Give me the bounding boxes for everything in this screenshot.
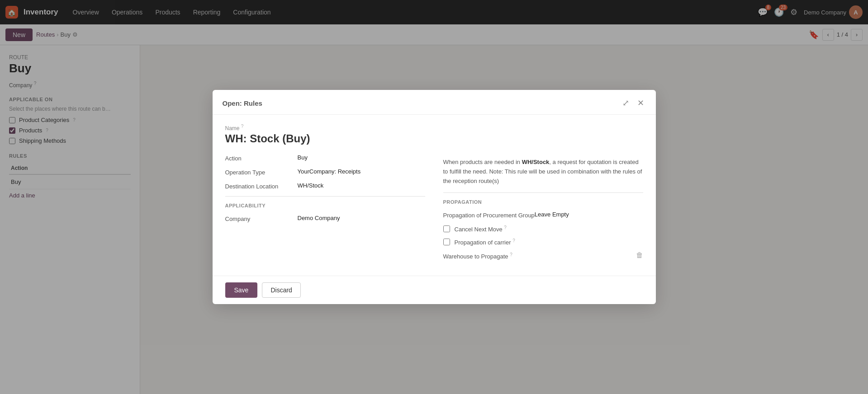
close-button[interactable]: ✕ bbox=[636, 97, 646, 109]
discard-button[interactable]: Discard bbox=[262, 282, 300, 298]
propagation-label: PROPAGATION bbox=[443, 199, 643, 205]
modal-left-col: Action Buy Operation Type YourCompany: R… bbox=[225, 154, 425, 266]
propagation-procurement-group-field: Propagation of Procurement Group Leave E… bbox=[443, 211, 643, 219]
modal-header: Open: Rules ⤢ ✕ bbox=[213, 90, 656, 115]
company-field: Company Demo Company bbox=[225, 215, 425, 222]
destination-location-field: Destination Location WH/Stock bbox=[225, 182, 425, 190]
modal-title: Open: Rules bbox=[223, 99, 262, 107]
propagation-procurement-group-value: Leave Empty bbox=[535, 211, 569, 218]
save-button[interactable]: Save bbox=[225, 282, 258, 298]
operation-type-value: YourCompany: Receipts bbox=[298, 168, 361, 175]
propagation-carrier-checkbox[interactable] bbox=[443, 239, 450, 245]
info-box: When products are needed in WH/Stock, a … bbox=[443, 158, 643, 186]
delete-icon[interactable]: 🗑 bbox=[636, 251, 643, 259]
cancel-next-move-label: Cancel Next Move ? bbox=[455, 225, 507, 233]
company-label: Company bbox=[225, 215, 298, 222]
applicability-label: APPLICABILITY bbox=[225, 203, 425, 208]
propagation-procurement-group-label: Propagation of Procurement Group bbox=[443, 211, 535, 219]
operation-type-field: Operation Type YourCompany: Receipts bbox=[225, 168, 425, 176]
info-text-bold: WH/Stock bbox=[522, 159, 550, 165]
section-divider-1 bbox=[225, 196, 425, 197]
modal-header-buttons: ⤢ ✕ bbox=[621, 97, 646, 109]
info-text-1: When products are needed in bbox=[443, 159, 522, 165]
modal-body: Name ? WH: Stock (Buy) Action Buy Operat… bbox=[213, 115, 656, 275]
modal-right-col: When products are needed in WH/Stock, a … bbox=[443, 154, 643, 266]
name-label: Name ? bbox=[225, 124, 643, 131]
name-value: WH: Stock (Buy) bbox=[225, 132, 643, 145]
action-value: Buy bbox=[298, 154, 308, 161]
operation-type-label: Operation Type bbox=[225, 168, 298, 176]
expand-button[interactable]: ⤢ bbox=[621, 97, 631, 109]
destination-location-label: Destination Location bbox=[225, 182, 298, 190]
warehouse-to-propagate-field: Warehouse to Propagate ? 🗑 bbox=[443, 251, 643, 260]
cancel-next-move-row: Cancel Next Move ? bbox=[443, 225, 643, 233]
section-divider-2 bbox=[443, 192, 643, 193]
propagation-carrier-label: Propagation of carrier ? bbox=[455, 238, 515, 246]
modal-dialog: Open: Rules ⤢ ✕ Name ? WH: Stock (Buy) A… bbox=[213, 90, 656, 304]
modal-grid: Action Buy Operation Type YourCompany: R… bbox=[225, 154, 643, 266]
propagation-carrier-row: Propagation of carrier ? bbox=[443, 238, 643, 246]
destination-location-value: WH/Stock bbox=[298, 182, 324, 189]
action-label: Action bbox=[225, 154, 298, 162]
warehouse-to-propagate-label: Warehouse to Propagate ? bbox=[443, 251, 525, 260]
modal-overlay: Open: Rules ⤢ ✕ Name ? WH: Stock (Buy) A… bbox=[0, 0, 868, 394]
action-field: Action Buy bbox=[225, 154, 425, 162]
company-value: Demo Company bbox=[298, 215, 340, 221]
modal-footer: Save Discard bbox=[213, 276, 656, 304]
cancel-next-move-checkbox[interactable] bbox=[443, 225, 450, 232]
